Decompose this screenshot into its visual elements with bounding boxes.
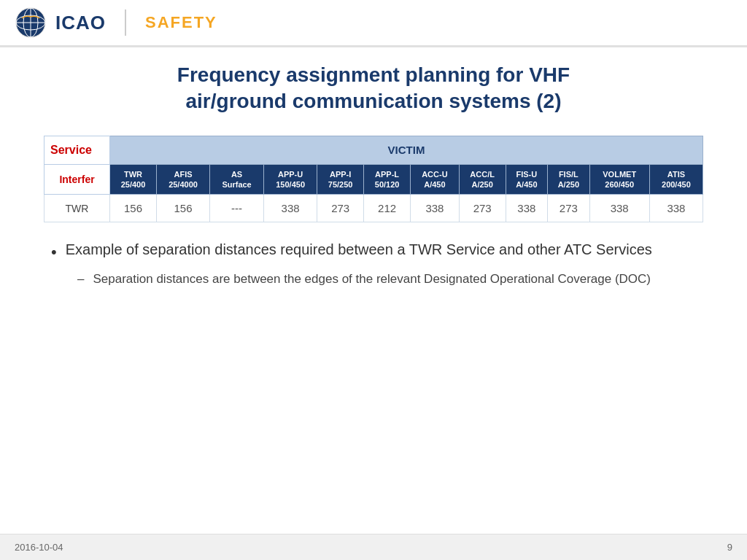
col-header-11: ATIS200/450 [649, 164, 703, 195]
col-header-6: ACC-UA/450 [411, 164, 460, 195]
data-cell-6: 338 [411, 195, 460, 222]
data-cell-8: 338 [506, 195, 548, 222]
col-header-0: TWR25/400 [110, 164, 157, 195]
col-header-5: APP-L50/120 [364, 164, 411, 195]
row-label-twr: TWR [44, 195, 110, 222]
col-header-8: FIS-UA/450 [506, 164, 548, 195]
col-header-9: FIS/LA/250 [548, 164, 590, 195]
bullet-sub-1: – Separation distances are between the e… [77, 271, 703, 288]
col-header-3: APP-U150/450 [264, 164, 317, 195]
col-header-1: AFIS25/4000 [156, 164, 209, 195]
data-cell-9: 273 [548, 195, 590, 222]
safety-label: SAFETY [145, 13, 217, 32]
header-divider [125, 9, 126, 36]
title-line1: Frequency assignment planning for VHF [177, 63, 570, 86]
data-cell-3: 338 [264, 195, 317, 222]
bullets-section: • Example of separation distances requir… [44, 240, 703, 287]
data-cell-0: 156 [110, 195, 157, 222]
bullet-main-1: • Example of separation distances requir… [51, 240, 703, 263]
bullet-main-text-1: Example of separation distances required… [66, 240, 652, 260]
header: ICAO SAFETY [0, 0, 747, 47]
data-cell-4: 273 [317, 195, 364, 222]
table-row: TWR 156 156 --- 338 273 212 338 273 338 … [44, 195, 703, 222]
icao-label: ICAO [55, 12, 106, 34]
main-content: Frequency assignment planning for VHF ai… [0, 47, 747, 295]
data-cell-11: 338 [649, 195, 703, 222]
data-cell-2: --- [210, 195, 264, 222]
footer: 2016-10-04 9 [0, 534, 747, 560]
bullet-dot-1: • [51, 241, 57, 263]
data-cell-5: 212 [364, 195, 411, 222]
footer-page: 9 [727, 542, 732, 553]
icao-globe-icon [15, 7, 47, 39]
data-cell-7: 273 [459, 195, 506, 222]
interfer-cell: Interfer [44, 164, 110, 195]
victim-header-cell: VICTIM [110, 136, 703, 164]
data-table-container: Service VICTIM Interfer TWR25/400 AFIS25… [44, 136, 703, 223]
service-header-cell: Service [44, 136, 110, 164]
bullet-dash-1: – [77, 271, 84, 288]
col-header-7: ACC/LA/250 [459, 164, 506, 195]
col-header-4: APP-I75/250 [317, 164, 364, 195]
col-header-10: VOLMET260/450 [589, 164, 649, 195]
bullet-sub-text-1: Separation distances are between the edg… [93, 271, 651, 288]
title-line2: air/ground communication systems (2) [186, 90, 562, 112]
logo-group: ICAO SAFETY [15, 7, 217, 39]
col-header-2: ASSurface [210, 164, 264, 195]
slide-title: Frequency assignment planning for VHF ai… [44, 62, 703, 115]
table-header-row1: Service VICTIM [44, 136, 703, 164]
table-header-row2: Interfer TWR25/400 AFIS25/4000 ASSurface… [44, 164, 703, 195]
footer-date: 2016-10-04 [15, 542, 63, 553]
data-cell-1: 156 [156, 195, 209, 222]
frequency-table: Service VICTIM Interfer TWR25/400 AFIS25… [44, 136, 703, 223]
data-cell-10: 338 [589, 195, 649, 222]
